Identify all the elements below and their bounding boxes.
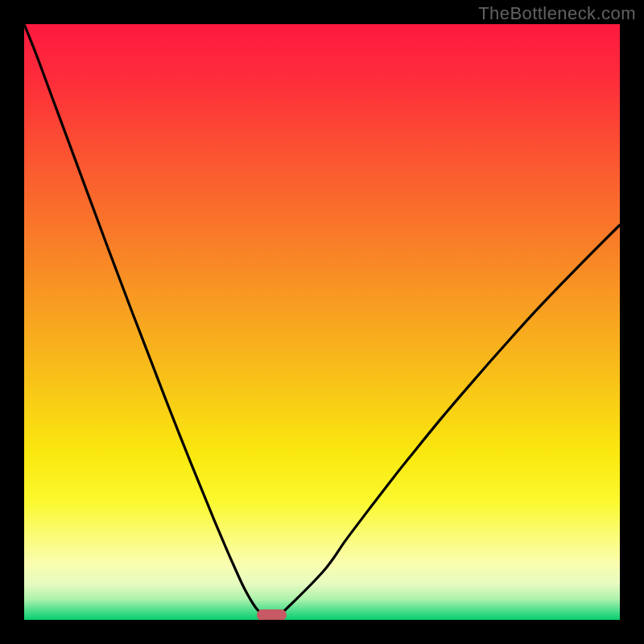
frame: TheBottleneck.com [0, 0, 644, 644]
plot-area [24, 24, 620, 620]
bottleneck-curve [24, 24, 620, 620]
watermark-text: TheBottleneck.com [478, 3, 636, 24]
minimum-marker [257, 609, 287, 620]
